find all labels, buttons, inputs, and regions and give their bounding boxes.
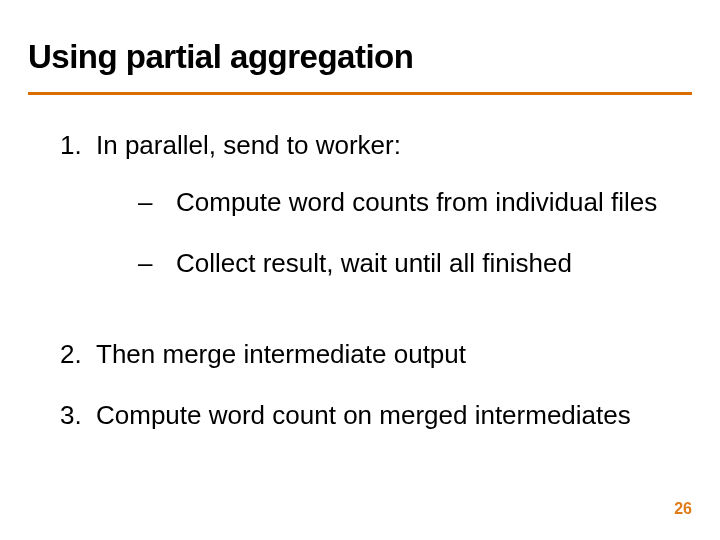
sub-list: – Compute word counts from individual fi… (138, 187, 657, 279)
list-item-text: In parallel, send to worker: (96, 130, 401, 160)
list-number: 3. (60, 400, 96, 431)
list-item-text: Compute word count on merged intermediat… (96, 400, 631, 431)
slide-title: Using partial aggregation (28, 38, 413, 76)
sub-list-item: – Compute word counts from individual fi… (138, 187, 657, 218)
sub-list-item-text: Compute word counts from individual file… (176, 187, 657, 218)
list-item: 2. Then merge intermediate output (60, 339, 690, 370)
list-item: 3. Compute word count on merged intermed… (60, 400, 690, 431)
slide: Using partial aggregation 1. In parallel… (0, 0, 720, 540)
list-item: 1. In parallel, send to worker: – Comput… (60, 130, 690, 309)
dash-icon: – (138, 187, 176, 218)
title-divider (28, 92, 692, 95)
slide-body: 1. In parallel, send to worker: – Comput… (60, 130, 690, 461)
sub-list-item-text: Collect result, wait until all finished (176, 248, 572, 279)
page-number: 26 (674, 500, 692, 518)
list-item-text: Then merge intermediate output (96, 339, 466, 370)
list-item-content: In parallel, send to worker: – Compute w… (96, 130, 657, 309)
sub-list-item: – Collect result, wait until all finishe… (138, 248, 657, 279)
list-number: 2. (60, 339, 96, 370)
dash-icon: – (138, 248, 176, 279)
list-number: 1. (60, 130, 96, 309)
